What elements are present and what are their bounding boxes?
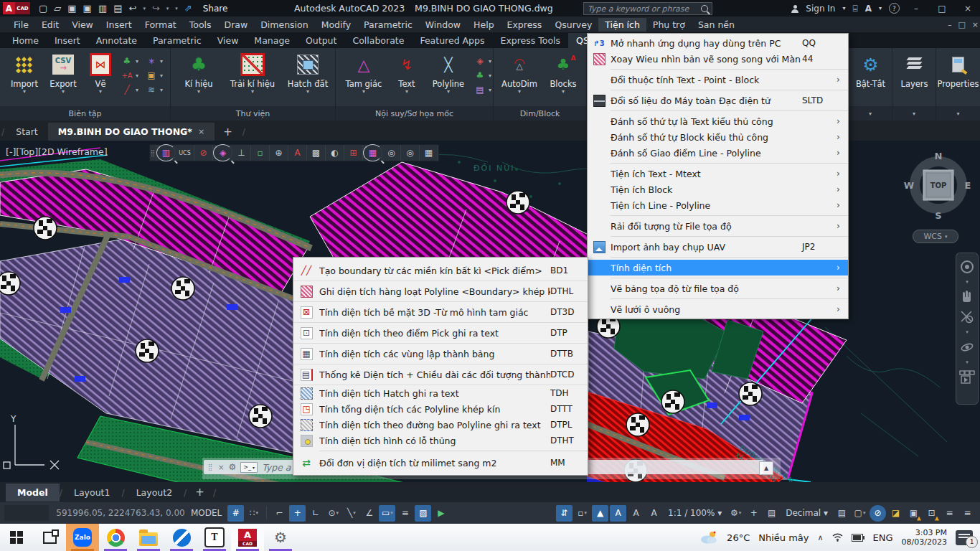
submenu-item-boundary[interactable]: ╱╱ Tạo boundary từ các miền kín bất kì <… — [293, 260, 588, 281]
hatch-tool-icon[interactable]: ◈ — [213, 144, 232, 161]
menu-item-tien-ich-line[interactable]: Tiện ích Line - Polyline › — [588, 197, 848, 213]
help-icon[interactable]: ? — [889, 3, 900, 14]
menu-item-danh-so-block[interactable]: Đánh số thứ tự Block kiểu thủ công › — [588, 129, 848, 145]
tab-start[interactable]: Start — [6, 123, 48, 141]
lock-ui-icon[interactable]: ▢▾ — [852, 505, 868, 522]
menu-edit[interactable]: Edit — [35, 18, 65, 32]
tam-giac-button[interactable]: △ Tam giác▾ — [340, 52, 387, 94]
red-cell-icon[interactable]: ⊞ — [344, 145, 363, 161]
undo-icon[interactable]: ↩ — [128, 3, 136, 14]
customize-wrench-icon[interactable]: ⚙ — [228, 462, 236, 472]
trai-ki-hieu-button[interactable]: Trải kí hiệu▾ — [224, 52, 281, 94]
menu-item-ve-bang-toa-do[interactable]: Vẽ bảng tọa độ từ file tọa độ › — [588, 281, 848, 296]
menu-item-tien-ich-block[interactable]: Tiện ích Block › — [588, 182, 848, 197]
toolbar-grip[interactable]: ⣿ — [150, 145, 156, 161]
alert-1-icon[interactable]: ▣ — [905, 505, 922, 522]
star-block-icon[interactable]: ∗ — [145, 55, 158, 67]
blocks-button[interactable]: ♣A Blocks▾ — [544, 52, 583, 94]
ribbon-tab-collaborate[interactable]: Collaborate — [344, 33, 412, 48]
submenu-item-dtp[interactable]: ⊡ Tính diện tích theo điểm Pick ghi ra t… — [293, 323, 588, 344]
object-snap-icon[interactable]: ▭▾ — [379, 505, 395, 522]
target-box-icon[interactable]: ◈ — [473, 55, 486, 67]
submenu-item-dtpl[interactable]: ▢ Tính diện tích theo đường bao Polyline… — [293, 417, 588, 433]
menu-parametric[interactable]: Parametric — [357, 18, 419, 32]
menu-dimension[interactable]: Dimension — [254, 18, 314, 32]
taskbar-zalo[interactable]: Zalo — [66, 524, 99, 551]
zoom-caret-icon[interactable]: ▾ — [966, 329, 969, 335]
box-copy-icon[interactable]: ▣ — [145, 70, 158, 81]
autodesk-a-icon[interactable]: A — [865, 4, 872, 14]
layers-caret-icon[interactable]: ▾ — [913, 111, 915, 116]
viewcube-south[interactable]: S — [935, 210, 941, 221]
menu-insert[interactable]: Insert — [100, 18, 138, 32]
annotation-a2-icon[interactable]: A — [628, 505, 644, 522]
clock[interactable]: 3:03 PM 08/03/2023 — [902, 528, 947, 547]
submenu-item-dt3d[interactable]: ⊠ Tính diện tích bề mặt 3D -Từ mô hình t… — [293, 302, 588, 323]
orbit-icon[interactable] — [959, 339, 975, 355]
taskbar-text-app[interactable]: T — [198, 524, 231, 551]
autoscale-icon[interactable]: ▫▾ — [574, 505, 590, 522]
command-scroll-up-icon[interactable]: ▲ — [759, 461, 773, 475]
ribbon-tab-manage[interactable]: Manage — [246, 33, 298, 48]
snap-icon[interactable]: ∷▾ — [245, 505, 262, 522]
submenu-item-dtht[interactable]: ⬡ Tính diện tích hình có lỗ thủng DTHT — [293, 433, 588, 448]
wcs-selector[interactable]: WCS▾ — [913, 230, 958, 243]
symbol-text-icon[interactable]: ♣ — [121, 55, 133, 67]
measure-tool-icon[interactable]: ⊥ — [232, 145, 251, 161]
magenta-cell-icon[interactable]: ▦ — [363, 144, 382, 161]
properties-caret-icon[interactable]: ▾ — [956, 111, 959, 116]
ribbon-tab-express-tools[interactable]: Express Tools — [492, 33, 568, 48]
ortho-icon[interactable]: ⌐ — [271, 505, 288, 522]
alert-2-icon[interactable]: ⊡ — [923, 505, 940, 522]
viewcube-west[interactable]: W — [904, 180, 914, 191]
waves-icon[interactable]: ≋ — [145, 84, 158, 95]
new-file-icon[interactable]: ▢ — [39, 3, 47, 14]
menu-item-quick-apps[interactable]: ↱3 Mở nhanh ứng dụng hay dùng trên PC QQ — [588, 35, 848, 51]
tab-document[interactable]: M9.BINH DO GIAO THONG* × — [48, 123, 215, 141]
taskbar-chrome[interactable] — [99, 524, 132, 551]
bat-tat-caret-icon[interactable]: ▾ — [869, 111, 872, 116]
taskbar-photos[interactable] — [165, 524, 198, 551]
share-icon[interactable]: ⇗ — [184, 3, 192, 14]
menu-item-danh-so-text[interactable]: Đánh số thứ tự là Text kiểu thủ công › — [588, 113, 848, 129]
mdi-close-button[interactable]: × — [972, 20, 979, 29]
menu-phu-tro[interactable]: Phụ trợ — [646, 18, 692, 32]
annotation-monitor-icon[interactable]: + — [745, 505, 762, 522]
recent-commands-icon[interactable]: >_ ▾ — [240, 462, 258, 473]
tab-close-icon[interactable]: × — [198, 127, 204, 136]
submenu-item-dttb[interactable]: ▦ Tính diện tích các vùng lập thành bảng… — [293, 344, 588, 364]
show-motion-icon[interactable] — [958, 369, 976, 385]
mdi-minimize-button[interactable]: – — [948, 20, 952, 29]
command-close-icon[interactable]: × — [218, 463, 224, 471]
user-icon[interactable] — [791, 5, 798, 12]
point-box-icon[interactable]: ▫ — [251, 145, 270, 161]
autodim-button[interactable]: ◠△ AutoDim▾ — [498, 52, 541, 94]
plot-icon[interactable]: ▥ — [98, 3, 107, 14]
menu-item-rai-doi-tuong[interactable]: Rải đối tượng từ File tọa độ › — [588, 218, 848, 234]
units-icon[interactable]: ▤ — [763, 505, 780, 522]
submenu-item-dthl[interactable]: ▨ Ghi diện tích hàng loạt Polyline <Boun… — [293, 281, 588, 302]
viewcube-north[interactable]: N — [935, 151, 943, 161]
notification-center-icon[interactable]: 1 — [956, 530, 973, 545]
circle-a-icon[interactable]: ◎ — [382, 145, 401, 161]
annotation-visibility-icon[interactable]: ⇵ — [556, 505, 573, 522]
menu-file[interactable]: File — [7, 18, 35, 32]
menu-tien-ich[interactable]: Tiện ích — [598, 18, 646, 32]
menu-view[interactable]: View — [65, 18, 100, 32]
ve-button[interactable]: ⋈ Vẽ▾ — [85, 52, 116, 94]
ribbon-tab-view[interactable]: View — [209, 33, 247, 48]
menu-san-nen[interactable]: San nền — [692, 18, 741, 32]
isolate-objects-icon[interactable]: ⊘ — [870, 505, 886, 522]
circle-b-icon[interactable]: ◎ — [401, 145, 420, 161]
ucs-tool-icon[interactable]: UCS — [176, 145, 194, 161]
wifi-icon[interactable] — [832, 533, 843, 542]
temperature-label[interactable]: 26°C — [727, 532, 750, 543]
tab-layout2[interactable]: Layout2 — [125, 484, 184, 501]
tree-edit-icon[interactable]: ♣ — [473, 70, 486, 81]
language-button[interactable]: ENG — [873, 532, 893, 543]
table-edit-icon[interactable]: ▤ — [473, 84, 486, 95]
import-button[interactable]: ◆◆◆ ◆◆◆ ◆◆◆ Import▾ — [6, 52, 43, 94]
weather-label[interactable]: Nhiều mây — [758, 532, 809, 543]
coordinates-display[interactable]: 591996.05, 2224763.43, 0.00 — [56, 508, 185, 518]
dotted-square-icon[interactable]: ▩ — [307, 145, 326, 161]
